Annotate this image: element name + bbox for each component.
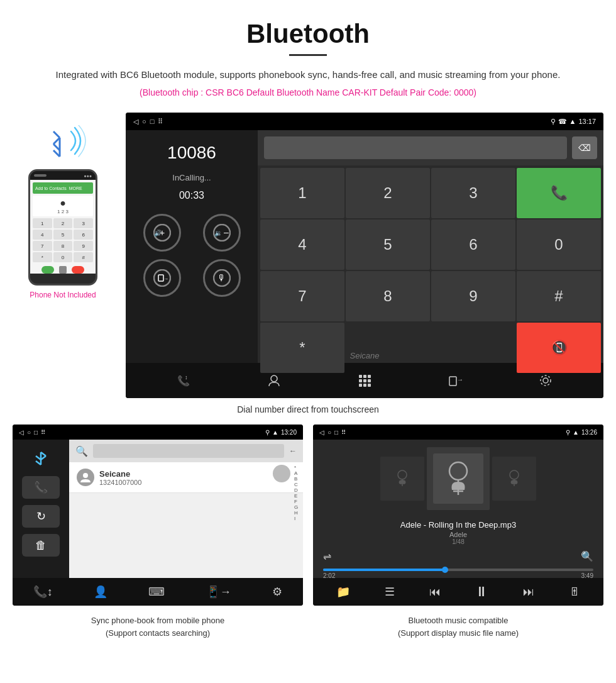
music-albums: [313, 440, 603, 518]
pb-settings-icon[interactable]: ⚙: [272, 585, 282, 599]
phonebook-screen: ◁ ○ □ ⠿ ⚲ ▲ 13:20: [13, 425, 303, 606]
phone-status-bar: ●●●: [30, 171, 96, 180]
svg-rect-23: [363, 379, 366, 382]
dial-input-field[interactable]: [264, 136, 567, 159]
call-log-icon[interactable]: 📞 ↕: [177, 374, 190, 387]
prev-track-icon[interactable]: ⏮: [429, 586, 441, 599]
pb-nav-dots: ⠿: [41, 429, 45, 436]
nav-square-icon: □: [150, 118, 155, 125]
contact-item[interactable]: Seicane 13241007000: [69, 462, 303, 493]
specs-line: (Bluetooth chip : CSR BC6 Default Blueto…: [13, 87, 603, 97]
num-key-3[interactable]: 3: [431, 168, 515, 218]
transfer-button[interactable]: →: [143, 259, 181, 297]
num-key-1[interactable]: 1: [260, 168, 344, 218]
music-nav-back: ◁: [319, 429, 324, 436]
pb-contacts-icon[interactable]: 👤: [94, 585, 107, 599]
search-icon: 🔍: [75, 445, 88, 457]
num-key-hash[interactable]: #: [517, 271, 601, 321]
progress-bar-fill[interactable]: [323, 569, 445, 571]
sync-nav-button[interactable]: ↻: [22, 505, 60, 528]
num-key-7[interactable]: 7: [260, 271, 344, 321]
contacts-icon[interactable]: [267, 374, 281, 387]
music-status-bar: ◁ ○ □ ⠿ ⚲ ▲ 13:26: [313, 425, 603, 440]
pb-dialpad-icon[interactable]: ⌨: [148, 585, 165, 599]
svg-rect-47: [502, 466, 527, 491]
status-right: ⚲ ☎ ▲ 13:17: [551, 118, 596, 126]
settings-icon[interactable]: [539, 374, 553, 387]
music-content: Adele - Rolling In the Deep.mp3 Adele 1/…: [313, 440, 603, 578]
eq-icon[interactable]: 🎚: [569, 586, 580, 599]
progress-dot[interactable]: [442, 567, 448, 573]
pb-call-log-icon[interactable]: 📞↕: [33, 585, 53, 599]
nav-back-icon: ◁: [133, 118, 138, 126]
bluetooth-nav-icon[interactable]: [22, 447, 60, 470]
next-track-icon[interactable]: ⏭: [523, 586, 534, 599]
pb-nav-square: □: [34, 429, 38, 436]
music-info: Adele - Rolling In the Deep.mp3 Adele 1/…: [313, 518, 603, 548]
num-key-0[interactable]: 0: [517, 219, 601, 270]
svg-rect-19: [359, 375, 362, 378]
nav-circle-icon: ○: [142, 118, 146, 125]
music-progress: 2:02 3:49: [313, 565, 603, 583]
transfer-nav-icon[interactable]: →: [448, 374, 462, 387]
svg-rect-22: [359, 379, 362, 382]
progress-times: 2:02 3:49: [323, 572, 593, 579]
music-title: Adele - Rolling In the Deep.mp3: [316, 520, 601, 530]
volume-up-button[interactable]: + 🔊: [143, 214, 181, 252]
pb-back-arrow-icon[interactable]: ←: [289, 447, 297, 455]
numpad: 1 2 3 📞 4 5 6 0 7 8 9 # * 📵: [258, 165, 603, 375]
mute-button[interactable]: 🎙: [203, 259, 241, 297]
title-underline: [289, 54, 327, 56]
pb-sidebar: 📞 ↻ 🗑: [13, 440, 69, 578]
svg-text:→: →: [163, 276, 168, 282]
playlist-icon[interactable]: ☰: [385, 585, 395, 599]
phone-mockup: ●●● Add to Contacts MORE ● 1 2 3 123 456…: [13, 113, 113, 398]
svg-point-31: [541, 375, 551, 386]
svg-rect-27: [368, 384, 371, 387]
pb-main: 🔍 ← Seicane 13241007000: [69, 440, 303, 578]
call-end-button[interactable]: 📵: [517, 323, 601, 373]
folder-icon[interactable]: 📁: [336, 585, 350, 599]
num-key-9[interactable]: 9: [431, 271, 515, 321]
num-key-6[interactable]: 6: [431, 219, 515, 270]
backspace-button[interactable]: ⌫: [572, 136, 597, 159]
dialpad-icon[interactable]: [358, 374, 371, 387]
page-title: Bluetooth: [13, 19, 603, 49]
call-accept-button[interactable]: 📞: [517, 168, 601, 218]
bluetooth-signal-icon: [41, 125, 85, 163]
phone-dialpad: 123 456 789 *0#: [33, 218, 93, 262]
svg-rect-20: [363, 375, 366, 378]
svg-point-30: [543, 378, 548, 383]
dial-number: 10086: [136, 143, 248, 163]
dial-right-panel: ⌫ 1 2 3 📞 4 5 6 0 7 8 9 # * 📵: [258, 130, 603, 363]
pb-location-icon: ⚲: [265, 429, 270, 436]
svg-point-18: [271, 375, 277, 382]
svg-text:↕: ↕: [185, 374, 188, 380]
play-pause-icon[interactable]: ⏸: [475, 584, 488, 600]
pb-transfer-icon[interactable]: 📱→: [206, 585, 231, 599]
phonebook-caption-line1: Sync phone-book from mobile phone: [13, 614, 303, 627]
phone-bottom-bar: [33, 265, 93, 275]
phone-screen: Add to Contacts MORE ● 1 2 3 123 456 789…: [30, 180, 96, 274]
music-nav-square: □: [334, 429, 338, 436]
num-key-star[interactable]: *: [260, 323, 344, 373]
bottom-captions: Sync phone-book from mobile phone (Suppo…: [0, 614, 616, 639]
call-nav-button[interactable]: 📞: [22, 476, 60, 499]
pb-signal-icon: ▲: [272, 429, 278, 436]
phonebook-caption: Sync phone-book from mobile phone (Suppo…: [13, 614, 303, 639]
num-key-8[interactable]: 8: [346, 271, 430, 321]
android-status-bar: ◁ ○ □ ⠿ ⚲ ☎ ▲ 13:17: [126, 113, 603, 130]
num-key-2[interactable]: 2: [346, 168, 430, 218]
album-art-current: [427, 447, 490, 510]
delete-nav-button[interactable]: 🗑: [22, 534, 60, 557]
svg-rect-26: [363, 384, 366, 387]
dial-timer: 00:33: [136, 190, 248, 201]
num-key-4[interactable]: 4: [260, 219, 344, 270]
num-key-5[interactable]: 5: [346, 219, 430, 270]
shuffle-icon[interactable]: ⇌: [323, 550, 331, 562]
svg-rect-21: [368, 375, 371, 378]
phone-device: ●●● Add to Contacts MORE ● 1 2 3 123 456…: [28, 169, 97, 286]
music-search-icon[interactable]: 🔍: [581, 550, 593, 562]
svg-text:→: →: [457, 376, 462, 383]
volume-down-button[interactable]: 🔉 –: [203, 214, 241, 252]
